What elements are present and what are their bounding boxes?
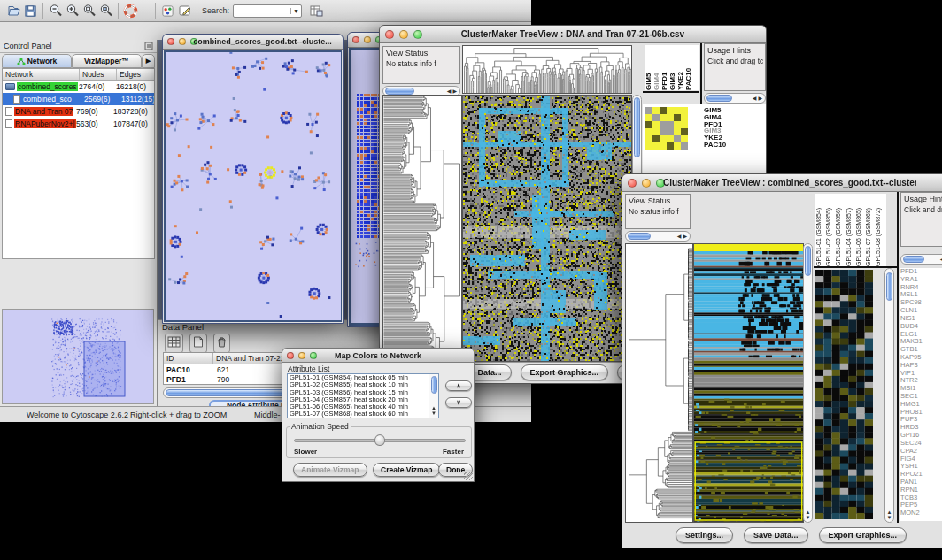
network-tree-row[interactable]: DNA and Tran 07 769(0) 183728(0) — [3, 105, 154, 118]
attribute-list-item[interactable]: GPL51-07 (GSM868) heat shock 60 min — [288, 410, 429, 418]
tab-network[interactable]: Network — [2, 54, 72, 68]
main-toolbar: Search: ▼ — [0, 0, 531, 22]
heatmap-canvas[interactable] — [462, 95, 632, 362]
zoom-column-label: YKE2 — [676, 45, 684, 90]
network-tree-row[interactable]: combined_sco 2569(6) 13112(15) — [3, 93, 154, 105]
scrollbar-thumb[interactable] — [903, 256, 924, 263]
usage-hints-hscrollbar[interactable]: ◀▶ — [704, 93, 766, 104]
scroll-down-icon[interactable]: ▼ — [430, 410, 437, 416]
animate-vizmap-button[interactable]: Animate Vizmap — [293, 463, 367, 477]
scrollbar-thumb[interactable] — [628, 233, 651, 240]
dialog-titlebar[interactable]: Map Colors to Network — [282, 349, 474, 363]
zoom-fit-icon[interactable] — [81, 3, 97, 19]
zoom-column-label: GPL51-02 (GSM855) — [825, 194, 835, 266]
zoom-heatmap-canvas[interactable] — [815, 270, 873, 519]
delete-attribute-icon[interactable] — [213, 334, 230, 353]
search-dropdown-icon[interactable]: ▼ — [290, 8, 301, 14]
attribute-list-label: Attribute List — [288, 364, 329, 373]
row-dendrogram-canvas[interactable] — [382, 95, 462, 362]
control-panel-title: Control Panel — [4, 42, 52, 50]
network1-titlebar[interactable]: combined_scores_good.txt--cluste... — [163, 35, 343, 50]
close-button[interactable] — [167, 38, 174, 45]
save-session-icon[interactable] — [22, 3, 39, 19]
network-overview-canvas[interactable] — [3, 310, 153, 403]
move-up-button[interactable]: ∧ — [445, 380, 472, 391]
scroll-right-icon[interactable]: ▶ — [757, 96, 763, 101]
tab-vizmapper[interactable]: VizMapper™ — [72, 54, 142, 68]
scroll-left-icon[interactable]: ◀ — [752, 96, 758, 101]
attribute-select-icon[interactable] — [165, 334, 183, 353]
scrollbar-thumb[interactable] — [706, 95, 732, 102]
scroll-left-icon[interactable]: ◀ — [446, 88, 452, 94]
minimize-button[interactable] — [298, 352, 305, 359]
toolbar-separator — [118, 3, 119, 19]
open-session-icon[interactable] — [5, 3, 22, 19]
treeview2-titlebar[interactable]: ClusterMaker TreeView : combined_scores_… — [622, 174, 942, 192]
zoom-row-labels: GIM5GIM4PFD1GIM3YKE2PAC10 — [704, 107, 726, 149]
heatmap-vscrollbar[interactable]: ▲▼ — [803, 243, 813, 523]
scroll-down-icon[interactable]: ▼ — [805, 515, 812, 520]
status-hint-middle: Middle- — [254, 410, 281, 419]
usage-hints-hscrollbar[interactable]: ◀▶ — [900, 254, 942, 265]
footer-button[interactable]: Save Data... — [744, 527, 808, 543]
move-down-button[interactable]: ∨ — [445, 397, 472, 408]
minimize-button[interactable] — [364, 36, 371, 43]
new-attribute-icon[interactable] — [189, 334, 207, 353]
gene-label[interactable]: MON2 — [900, 510, 942, 518]
close-button[interactable] — [385, 30, 394, 39]
speed-slider-thumb[interactable] — [374, 434, 385, 446]
row-dendrogram-canvas[interactable] — [625, 243, 693, 523]
minimize-button[interactable] — [179, 38, 186, 45]
scrollbar-thumb[interactable] — [634, 97, 640, 157]
annotation-icon[interactable] — [176, 3, 193, 19]
attribute-browser-icon[interactable] — [307, 3, 324, 19]
treeview1-titlebar[interactable]: ClusterMaker TreeView : DNA and Tran 07-… — [380, 26, 766, 43]
footer-button[interactable]: Settings... — [676, 527, 733, 543]
zoom-in-icon[interactable] — [64, 3, 81, 19]
zoom-column-label: GPL51-08 (GSM872) — [875, 194, 884, 266]
zoom-window-button[interactable] — [310, 352, 317, 359]
search-label: Search: — [202, 6, 229, 15]
zoom-column-label: GIM5 — [645, 45, 652, 90]
minimize-button[interactable] — [399, 30, 408, 39]
zoom-vscrollbar[interactable]: ▲▼ — [884, 268, 894, 523]
scroll-left-icon[interactable]: ◀ — [676, 234, 683, 239]
scroll-right-icon[interactable]: ▶ — [452, 88, 458, 94]
create-vizmap-button[interactable]: Create Vizmap — [373, 463, 440, 477]
help-lifesaver-icon[interactable] — [122, 3, 139, 19]
scroll-down-icon[interactable]: ▼ — [886, 515, 893, 520]
network1-view-canvas[interactable] — [166, 52, 341, 320]
scroll-right-icon[interactable]: ▶ — [682, 234, 688, 239]
close-button[interactable] — [628, 179, 637, 188]
search-input[interactable]: ▼ — [233, 4, 302, 18]
zoom-out-icon[interactable] — [47, 3, 64, 19]
zoom-column-label: GPL51-06 (GSM865) — [855, 194, 865, 266]
network-tree-row[interactable]: combined_scores 2764(0) 16218(0) — [3, 81, 154, 93]
network2-view-canvas[interactable] — [351, 50, 382, 316]
scrollbar-thumb[interactable] — [805, 246, 811, 276]
network-tree-row[interactable]: RNAPuberNov2+| 563(0) 107847(0) — [3, 118, 154, 130]
scrollbar-thumb[interactable] — [385, 88, 414, 95]
vizmapper-icon[interactable] — [159, 3, 176, 19]
zoom-heatmap-canvas[interactable] — [645, 107, 688, 150]
zoom-column-label: GPL51-01 (GSM854) — [815, 194, 825, 266]
network-tree: combined_scores 2764(0) 16218(0) combine… — [3, 81, 154, 130]
attribute-list-vscrollbar[interactable]: ▲▼ — [429, 374, 438, 418]
column-dendrogram-canvas[interactable] — [462, 45, 632, 94]
scrollbar-thumb[interactable] — [886, 272, 892, 301]
close-button[interactable] — [287, 352, 294, 359]
usage-hints-panel: Usage Hints Click and drag tc — [900, 192, 942, 247]
close-button[interactable] — [352, 36, 359, 43]
float-panel-icon[interactable] — [144, 38, 153, 54]
footer-button[interactable]: Export Graphics... — [819, 527, 907, 543]
minimize-button[interactable] — [642, 179, 651, 188]
treeview2-footer: Settings...Save Data...Export Graphics..… — [622, 527, 942, 543]
view-status-panel: View Status No status info f — [625, 194, 691, 229]
resize-grip[interactable] — [464, 472, 473, 480]
heatmap-canvas[interactable] — [693, 243, 804, 523]
zoom-selected-icon[interactable] — [97, 3, 114, 19]
view-status-hscrollbar[interactable]: ◀▶ — [625, 231, 691, 242]
scrollbar-thumb[interactable] — [431, 376, 437, 394]
footer-button[interactable]: Export Graphics... — [521, 364, 609, 380]
tab-overflow-arrow[interactable]: ▶ — [142, 54, 155, 68]
